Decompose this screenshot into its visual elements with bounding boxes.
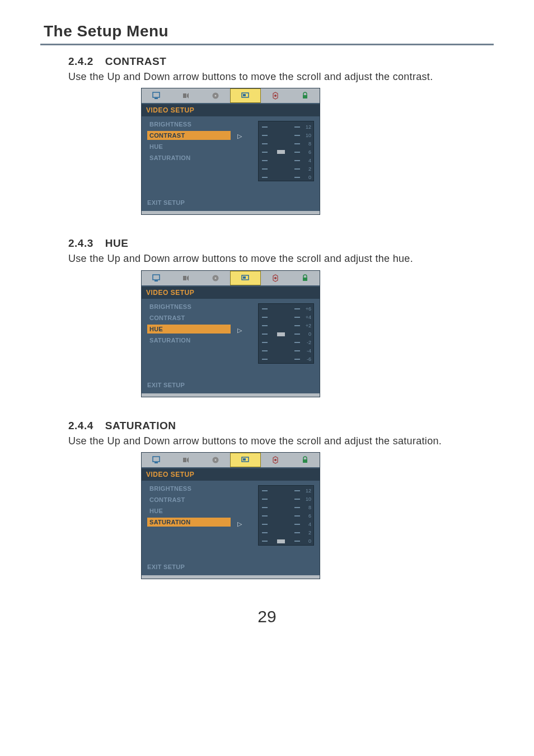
svg-rect-22	[183, 458, 186, 462]
menu-contrast[interactable]: CONTRAST	[147, 313, 231, 322]
svg-rect-2	[183, 93, 186, 98]
heading-hue: 2.4.3 HUE	[68, 237, 494, 250]
slider-box[interactable]: +6 +4 +2 0 -2 -4 -6	[258, 303, 314, 364]
scale-label: 0	[301, 538, 311, 544]
audio-icon	[181, 92, 190, 100]
menu-column: BRIGHTNESS CONTRAST HUE SATURATION	[142, 481, 234, 559]
svg-point-4	[214, 95, 216, 97]
scale-label: +2	[301, 323, 311, 328]
disc-icon	[211, 92, 220, 100]
exit-setup[interactable]: EXIT SETUP	[147, 564, 185, 570]
screen-icon	[241, 274, 250, 282]
slider-column: 12 10 8 6 4 2 0	[245, 116, 320, 195]
tab-5[interactable]	[261, 88, 291, 103]
svg-rect-10	[153, 275, 160, 280]
scale-label: 2	[301, 530, 311, 536]
slider-column: 12 10 8 6 4 2 0	[245, 481, 320, 559]
svg-rect-29	[303, 459, 307, 463]
osd-contrast: VIDEO SETUP BRIGHTNESS CONTRAST HUE SATU…	[141, 88, 320, 215]
svg-point-14	[214, 277, 216, 279]
tab-2[interactable]	[171, 271, 201, 285]
osd-title: VIDEO SETUP	[142, 287, 320, 299]
exit-setup[interactable]: EXIT SETUP	[147, 199, 185, 206]
tab-1[interactable]	[142, 271, 171, 285]
scale-label: -4	[301, 348, 311, 354]
tab-3[interactable]	[200, 453, 230, 467]
scale-label: 12	[301, 124, 311, 130]
lock-icon	[301, 274, 310, 282]
tab-4-active[interactable]	[230, 271, 261, 285]
scale-label: 4	[301, 522, 311, 527]
menu-saturation[interactable]: SATURATION	[147, 153, 231, 162]
tab-4-active[interactable]	[230, 88, 261, 103]
menu-saturation[interactable]: SATURATION	[147, 336, 231, 345]
exit-setup[interactable]: EXIT SETUP	[147, 382, 185, 388]
lock-icon	[301, 92, 310, 100]
svg-rect-1	[154, 98, 158, 99]
slider-knob[interactable]	[277, 332, 285, 337]
scale-label: 10	[301, 133, 311, 138]
slider-knob[interactable]	[277, 539, 285, 544]
scale-label: 6	[301, 149, 311, 155]
page-number: 29	[40, 607, 494, 626]
tab-1[interactable]	[142, 453, 171, 467]
section-num: 2.4.4	[68, 420, 102, 432]
tab-4-active[interactable]	[230, 453, 261, 467]
tab-1[interactable]	[142, 88, 171, 103]
scale-label: +4	[301, 314, 311, 320]
tab-2[interactable]	[171, 453, 201, 467]
scale-label: 2	[301, 166, 311, 172]
heading-saturation: 2.4.4 SATURATION	[68, 420, 494, 432]
arrow-column: ▷	[234, 116, 245, 195]
svg-rect-11	[154, 280, 158, 281]
svg-point-18	[274, 277, 277, 279]
svg-rect-26	[243, 458, 246, 461]
section-hue: 2.4.3 HUE Use the Up and Down arrow butt…	[40, 237, 494, 397]
page-title: The Setup Menu	[40, 22, 494, 45]
scale-label: 0	[301, 175, 311, 180]
audio-icon	[181, 274, 190, 282]
scale-label: -6	[301, 356, 311, 362]
svg-rect-0	[153, 92, 160, 97]
menu-hue[interactable]: HUE	[147, 142, 231, 151]
section-heading: CONTRAST	[105, 55, 167, 67]
disc-icon	[211, 274, 220, 282]
arrow-column: ▷	[234, 299, 245, 377]
scale-label: -2	[301, 340, 311, 345]
slider-column: +6 +4 +2 0 -2 -4 -6	[245, 299, 320, 377]
section-saturation: 2.4.4 SATURATION Use the Up and Down arr…	[40, 420, 494, 579]
slider-box[interactable]: 12 10 8 6 4 2 0	[258, 485, 314, 546]
tab-2[interactable]	[171, 88, 201, 103]
scale-label: 6	[301, 513, 311, 519]
menu-brightness[interactable]: BRIGHTNESS	[147, 120, 231, 129]
svg-rect-19	[303, 278, 307, 281]
tab-5[interactable]	[261, 453, 291, 467]
menu-contrast-active[interactable]: CONTRAST	[147, 131, 231, 140]
monitor-icon	[152, 456, 161, 464]
monitor-icon	[152, 274, 161, 282]
disc-icon	[211, 456, 220, 464]
svg-rect-12	[183, 276, 186, 280]
slider-box[interactable]: 12 10 8 6 4 2 0	[258, 121, 314, 181]
menu-saturation-active[interactable]: SATURATION	[147, 518, 231, 527]
tab-6[interactable]	[290, 271, 320, 285]
screen-icon	[241, 92, 250, 100]
tab-6[interactable]	[290, 453, 320, 467]
slider-knob[interactable]	[277, 149, 285, 154]
tab-3[interactable]	[200, 271, 230, 285]
menu-brightness[interactable]: BRIGHTNESS	[147, 484, 231, 493]
scale-label: +6	[301, 306, 311, 312]
menu-hue-active[interactable]: HUE	[147, 325, 231, 334]
svg-point-28	[274, 459, 277, 461]
tab-5[interactable]	[261, 271, 291, 285]
tab-6[interactable]	[290, 88, 320, 103]
body-contrast: Use the Up and Down arrow buttons to mov…	[68, 70, 494, 83]
tab-bar	[142, 453, 320, 468]
menu-hue[interactable]: HUE	[147, 506, 231, 515]
menu-brightness[interactable]: BRIGHTNESS	[147, 302, 231, 311]
svg-rect-16	[243, 276, 246, 279]
svg-rect-21	[154, 462, 158, 463]
lock-icon	[301, 456, 310, 464]
tab-3[interactable]	[200, 88, 230, 103]
menu-contrast[interactable]: CONTRAST	[147, 495, 231, 504]
